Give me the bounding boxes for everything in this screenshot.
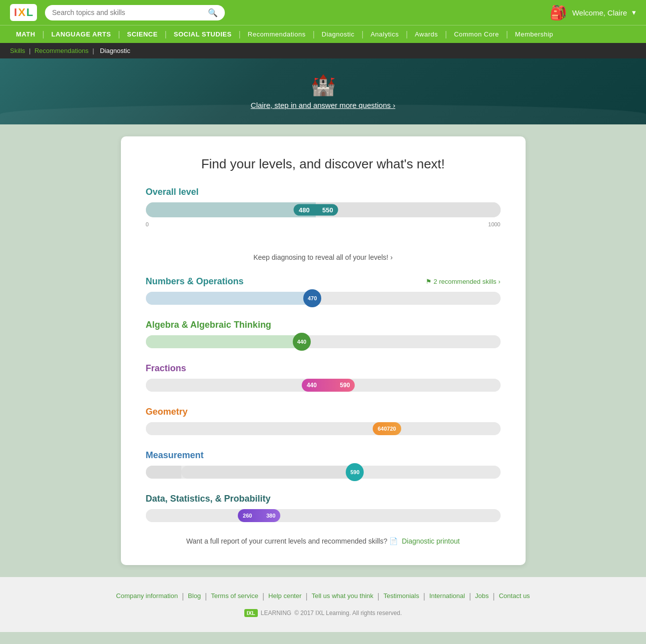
breadcrumb-skills[interactable]: Skills	[10, 47, 25, 54]
numbers-operations-section: Numbers & Operations ⚑ 2 recommended ski…	[146, 276, 501, 305]
breadcrumb-sep-1: |	[29, 47, 32, 54]
hero-cta-link[interactable]: Claire, step in and answer more question…	[251, 101, 395, 109]
footer-terms[interactable]: Terms of service	[207, 592, 262, 601]
numbers-track: 470	[146, 292, 501, 305]
footer-international[interactable]: International	[425, 592, 469, 601]
overall-level-header: Overall level	[146, 187, 501, 197]
measurement-section: Measurement 590	[146, 450, 501, 479]
overall-val-left: 480	[299, 206, 310, 214]
measurement-bubble: 590	[346, 463, 364, 481]
algebra-fill	[146, 335, 302, 348]
geometry-section: Geometry 640 720	[146, 407, 501, 435]
geometry-header: Geometry	[146, 407, 501, 417]
overall-bubble: 480 550	[294, 204, 338, 216]
footer-logo: IXL LEARNING © 2017 IXL Learning. All ri…	[10, 609, 636, 617]
overall-filled-seg	[146, 202, 316, 217]
welcome-text: Welcome, Claire	[572, 8, 627, 17]
nav-sep-3: |	[164, 30, 168, 39]
diagnostic-printout-label: Diagnostic printout	[402, 537, 460, 545]
hero-cta[interactable]: Claire, step in and answer more question…	[10, 101, 636, 109]
measurement-tiny-seg	[146, 466, 181, 479]
footer-copyright: © 2017 IXL Learning. All rights reserved…	[294, 610, 402, 617]
nav-analytics[interactable]: Analytics	[365, 25, 405, 43]
footer-company[interactable]: Company information	[112, 592, 182, 601]
nav-common-core[interactable]: Common Core	[448, 25, 505, 43]
numbers-recommended[interactable]: ⚑ 2 recommended skills ›	[426, 278, 501, 285]
numbers-fill	[146, 292, 313, 305]
numbers-header: Numbers & Operations ⚑ 2 recommended ski…	[146, 276, 501, 287]
data-empty-left	[146, 509, 238, 522]
overall-val-right: 550	[322, 206, 333, 214]
algebra-name: Algebra & Algebraic Thinking	[146, 320, 271, 330]
full-report: Want a full report of your current level…	[146, 537, 501, 545]
keep-diagnosing: Keep diagnosing to reveal all of your le…	[146, 253, 501, 261]
footer: Company information | Blog | Terms of se…	[0, 577, 646, 632]
nav-awards[interactable]: Awards	[409, 25, 444, 43]
footer-feedback[interactable]: Tell us what you think	[308, 592, 378, 601]
search-icon: 🔍	[208, 8, 218, 17]
page-title: Find your levels, and discover what's ne…	[146, 156, 501, 172]
ixl-small-logo: IXL	[244, 609, 258, 617]
search-input[interactable]	[52, 8, 204, 16]
geometry-range: 640 720	[373, 422, 401, 435]
fractions-empty-left	[146, 379, 302, 392]
nav-science[interactable]: SCIENCE	[121, 25, 163, 43]
geometry-bar: 640 720	[146, 422, 501, 435]
measurement-header: Measurement	[146, 450, 501, 461]
overall-level-name: Overall level	[146, 187, 199, 197]
dropdown-icon[interactable]: ▾	[632, 8, 636, 17]
numbers-bar: 470	[146, 292, 501, 305]
measurement-bar: 590	[146, 466, 501, 479]
geometry-track: 640 720	[146, 422, 501, 435]
nav-social-studies[interactable]: SOCIAL STUDIES	[168, 25, 238, 43]
nav-sep-2: |	[117, 30, 121, 39]
numbers-bubble: 470	[303, 289, 321, 307]
footer-testimonials[interactable]: Testimonials	[379, 592, 423, 601]
algebra-section: Algebra & Algebraic Thinking 440	[146, 320, 501, 348]
diagnostic-printout-link[interactable]: 📄 Diagnostic printout	[389, 537, 460, 545]
footer-blog[interactable]: Blog	[184, 592, 205, 601]
overall-level-section: Overall level 480 550 0 1000 Keep diagno…	[146, 187, 501, 261]
numbers-name: Numbers & Operations	[146, 276, 244, 287]
measurement-empty	[181, 466, 355, 479]
footer-help[interactable]: Help center	[264, 592, 305, 601]
logo-x: X	[18, 6, 25, 19]
data-empty-right	[280, 509, 500, 522]
logo[interactable]: IXL	[10, 4, 37, 21]
numbers-empty	[312, 292, 500, 305]
breadcrumb-sep-2: |	[92, 47, 96, 54]
main-nav: MATH | LANGUAGE ARTS | SCIENCE | SOCIAL …	[0, 25, 646, 43]
footer-jobs[interactable]: Jobs	[471, 592, 493, 601]
nav-sep-1: |	[41, 30, 45, 39]
measurement-right	[355, 466, 500, 479]
algebra-bar: 440	[146, 335, 501, 348]
main-content: Find your levels, and discover what's ne…	[121, 136, 526, 565]
fractions-section: Fractions 440 590	[146, 363, 501, 392]
nav-membership[interactable]: Membership	[509, 25, 560, 43]
fractions-bar: 440 590	[146, 379, 501, 392]
footer-contact[interactable]: Contact us	[495, 592, 534, 601]
overall-bar: 480 550 0 1000	[146, 202, 501, 217]
fractions-empty-right	[355, 379, 500, 392]
breadcrumb: Skills | Recommendations | Diagnostic	[0, 43, 646, 58]
breadcrumb-current: Diagnostic	[100, 47, 130, 54]
overall-min: 0	[146, 221, 149, 227]
keep-diagnosing-link[interactable]: Keep diagnosing to reveal all of your le…	[253, 253, 393, 261]
castle-icon: 🏰	[10, 73, 636, 97]
nav-diagnostic[interactable]: Diagnostic	[316, 25, 361, 43]
top-bar: IXL 🔍 🎒 Welcome, Claire ▾	[0, 0, 646, 25]
nav-math[interactable]: MATH	[10, 25, 41, 43]
nav-language-arts[interactable]: LANGUAGE ARTS	[45, 25, 117, 43]
fractions-track: 440 590	[146, 379, 501, 392]
geometry-empty-right	[401, 422, 501, 435]
algebra-bubble: 440	[293, 333, 311, 351]
footer-links: Company information | Blog | Terms of se…	[10, 592, 636, 601]
nav-recommendations[interactable]: Recommendations	[242, 25, 312, 43]
data-stats-header: Data, Statistics, & Probability	[146, 494, 501, 504]
breadcrumb-recommendations[interactable]: Recommendations	[34, 47, 88, 54]
algebra-empty	[302, 335, 501, 348]
measurement-track: 590	[146, 466, 501, 479]
search-box[interactable]: 🔍	[45, 5, 225, 20]
full-report-text: Want a full report of your current level…	[186, 537, 388, 545]
data-stats-bar: 260 380	[146, 509, 501, 522]
